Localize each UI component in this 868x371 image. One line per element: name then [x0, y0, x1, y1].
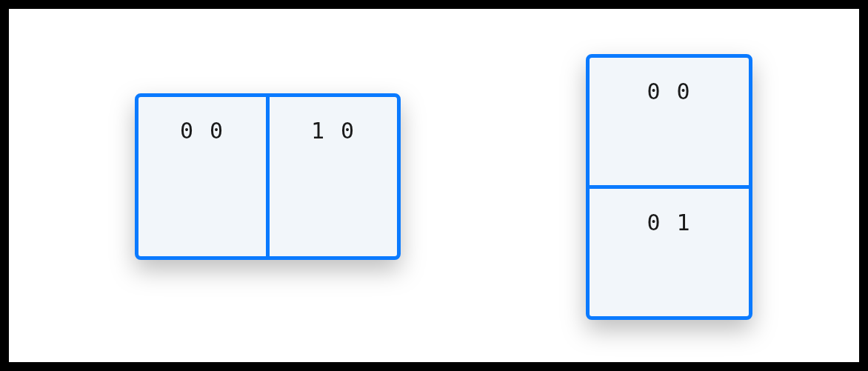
card-label: 0 0	[180, 118, 224, 144]
card-group-horizontal: 0 0 1 0	[135, 93, 401, 260]
card-label: 0 0	[647, 78, 691, 104]
card-label: 0 1	[647, 210, 691, 235]
card: 0 0	[586, 54, 752, 189]
card: 0 0	[135, 93, 270, 260]
diagram-canvas: 0 0 1 0 0 0 0 1	[9, 9, 859, 362]
card: 1 0	[266, 93, 401, 260]
card-label: 1 0	[311, 118, 355, 144]
card-group-vertical: 0 0 0 1	[586, 54, 752, 320]
card: 0 1	[586, 185, 752, 320]
